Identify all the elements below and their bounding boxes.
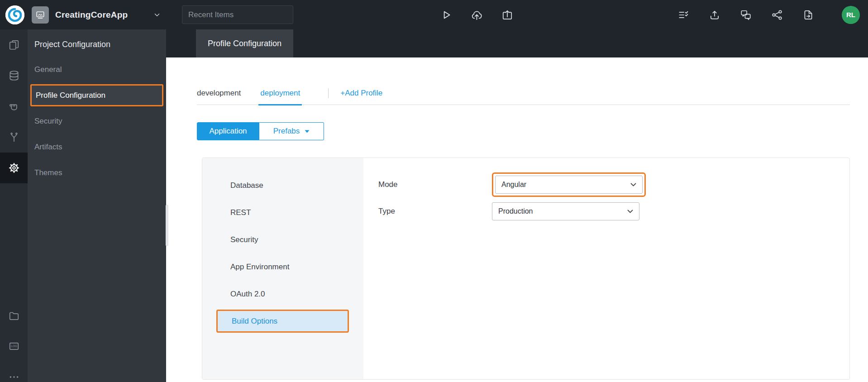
mode-label: Mode: [378, 180, 492, 189]
profile-tabs: development deployment +Add Profile: [197, 81, 850, 105]
application-toggle-button[interactable]: Application: [197, 122, 259, 140]
mode-select[interactable]: Angular: [495, 176, 643, 194]
window-export-icon: [501, 9, 513, 21]
tab-profile-configuration[interactable]: Profile Configuration: [196, 29, 293, 57]
mode-row: Mode Angular: [378, 172, 849, 197]
folder-icon: [8, 310, 20, 321]
sidebar-header: Project Configuration: [28, 38, 166, 50]
sidebar-item-security[interactable]: Security: [28, 108, 166, 134]
build-settings-panel: Database REST Security App Environment O…: [202, 158, 850, 380]
run-actions: [440, 0, 513, 29]
add-profile-button[interactable]: +Add Profile: [340, 89, 382, 98]
export-preview-button[interactable]: [501, 9, 513, 21]
profile-configuration-content: development deployment +Add Profile Appl…: [166, 57, 868, 382]
user-avatar[interactable]: RL: [842, 6, 860, 24]
main-area: Profile Configuration development deploy…: [166, 29, 868, 382]
fist-icon: [8, 100, 20, 112]
import-export-button[interactable]: [709, 9, 720, 21]
log-icon: LOG: [8, 340, 20, 352]
prefabs-label: Prefabs: [273, 127, 300, 136]
type-select[interactable]: Production: [492, 202, 639, 220]
deploy-button[interactable]: [471, 9, 483, 21]
utility-actions: [677, 9, 814, 21]
caret-down-icon: [305, 130, 310, 133]
project-thumbnail-icon[interactable]: [32, 6, 49, 24]
markup-preview-button[interactable]: [677, 9, 689, 21]
localization-button[interactable]: [740, 9, 752, 21]
recent-items-input[interactable]: [182, 5, 293, 24]
studio-logo[interactable]: [5, 5, 24, 24]
database-icon: [8, 70, 20, 81]
share-network-icon: [771, 9, 783, 21]
project-name: CreatingCoreApp: [55, 10, 128, 20]
sidebar-item-profile-configuration[interactable]: Profile Configuration: [30, 84, 163, 106]
project-menu-button[interactable]: [153, 11, 161, 19]
rail-item-more[interactable]: [0, 362, 28, 382]
settings-sidebar: Project Configuration General Profile Co…: [28, 29, 166, 382]
sidebar-item-themes[interactable]: Themes: [28, 160, 166, 186]
chevron-down-icon: [627, 210, 633, 213]
checklist-icon: [677, 9, 689, 21]
chevron-down-icon: [153, 11, 161, 19]
svg-text:LOG: LOG: [11, 344, 17, 348]
sidebar-item-general[interactable]: General: [28, 57, 166, 82]
chevron-down-icon: [630, 183, 636, 186]
file-export-icon: [802, 9, 814, 21]
rail-item-apis[interactable]: [0, 122, 28, 153]
mode-select-highlight: Angular: [492, 172, 646, 197]
tray-upload-icon: [709, 9, 720, 21]
studio-logo-icon: [5, 5, 24, 24]
sidebar-item-artifacts[interactable]: Artifacts: [28, 134, 166, 160]
tab-divider: [328, 88, 329, 98]
profile-tab-development[interactable]: development: [197, 81, 241, 105]
translate-chat-icon: [740, 9, 752, 21]
type-row: Type Production: [378, 202, 849, 220]
app-body: LOG Project Configuration General Profil…: [0, 29, 868, 382]
settings-category-nav: Database REST Security App Environment O…: [202, 158, 363, 379]
share-button[interactable]: [771, 9, 783, 21]
icon-rail: LOG: [0, 29, 28, 382]
ellipsis-icon: [8, 371, 20, 382]
rail-item-database[interactable]: [0, 60, 28, 91]
document-tabstrip: Profile Configuration: [166, 29, 868, 57]
prefabs-toggle-button[interactable]: Prefabs: [259, 122, 324, 140]
branch-icon: [8, 131, 20, 143]
play-icon: [440, 9, 452, 21]
scope-toggle: Application Prefabs: [197, 122, 850, 140]
type-label: Type: [378, 207, 492, 216]
nav-item-app-environment[interactable]: App Environment: [202, 253, 363, 281]
rail-item-logs[interactable]: LOG: [0, 331, 28, 362]
pages-icon: [8, 39, 20, 51]
rail-item-files[interactable]: [0, 300, 28, 331]
profile-tab-deployment[interactable]: deployment: [260, 81, 300, 105]
rail-bottom: LOG: [0, 300, 28, 382]
rail-item-resources[interactable]: [0, 91, 28, 122]
cloud-upload-icon: [471, 9, 483, 21]
brand: CreatingCoreApp: [0, 5, 161, 24]
rail-item-settings[interactable]: [0, 153, 28, 183]
type-select-value: Production: [498, 207, 533, 215]
sidebar-scrollbar-thumb[interactable]: [166, 205, 168, 246]
nav-item-oauth[interactable]: OAuth 2.0: [202, 281, 363, 308]
nav-item-database[interactable]: Database: [202, 172, 363, 199]
gear-icon: [8, 162, 20, 174]
run-button[interactable]: [440, 9, 452, 21]
nav-item-build-options[interactable]: Build Options: [216, 310, 349, 333]
feedback-button[interactable]: [802, 9, 814, 21]
mode-select-value: Angular: [501, 181, 526, 189]
rail-item-pages[interactable]: [0, 29, 28, 60]
nav-item-rest[interactable]: REST: [202, 199, 363, 226]
nav-item-security[interactable]: Security: [202, 226, 363, 253]
build-options-form: Mode Angular Type: [363, 158, 849, 379]
screen-icon: [35, 10, 45, 20]
topbar-right: RL: [677, 0, 860, 29]
topbar: CreatingCoreApp: [0, 0, 868, 29]
